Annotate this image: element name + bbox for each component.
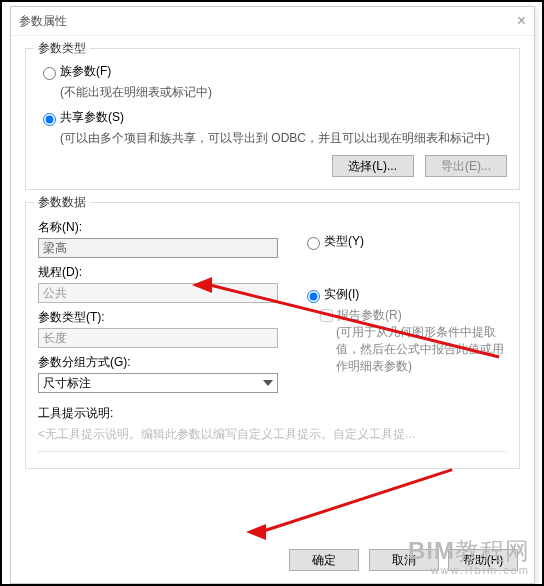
instance-radio-input[interactable] <box>307 290 320 303</box>
instance-radio[interactable]: 实例(I) <box>302 286 507 303</box>
family-param-hint: (不能出现在明细表或标记中) <box>60 84 507 101</box>
shared-param-radio[interactable]: 共享参数(S) <box>38 109 507 126</box>
discipline-label: 规程(D): <box>38 264 278 281</box>
shared-param-hint: (可以由多个项目和族共享，可以导出到 ODBC，并且可以出现在明细表和标记中) <box>60 130 507 147</box>
type-radio[interactable]: 类型(Y) <box>302 233 507 250</box>
type-radio-label: 类型(Y) <box>324 233 364 250</box>
report-hint: (可用于从几何图形条件中提取值，然后在公式中报告此值或用作明细表参数) <box>336 324 507 374</box>
instance-radio-label: 实例(I) <box>324 286 359 303</box>
family-param-radio[interactable]: 族参数(F) <box>38 63 507 80</box>
titlebar: 参数属性 × <box>11 7 534 36</box>
paramtype-label: 参数类型(T): <box>38 309 278 326</box>
paramtype-select[interactable]: 长度 <box>38 328 278 348</box>
export-button[interactable]: 导出(E)... <box>425 155 507 177</box>
dialog-footer: 确定 取消 帮助(H) <box>283 549 518 571</box>
report-checkbox-label: 报告参数(R) <box>337 307 402 324</box>
report-checkbox[interactable] <box>320 309 333 322</box>
shared-param-radio-input[interactable] <box>43 113 56 126</box>
name-input[interactable] <box>38 238 278 258</box>
type-radio-input[interactable] <box>307 237 320 250</box>
param-type-group: 参数类型 族参数(F) (不能出现在明细表或标记中) 共享参数(S) (可以由多… <box>25 48 520 190</box>
shared-param-label: 共享参数(S) <box>60 109 124 126</box>
close-icon[interactable]: × <box>517 7 526 35</box>
family-param-radio-input[interactable] <box>43 67 56 80</box>
ok-button[interactable]: 确定 <box>289 549 359 571</box>
tooltip-hint: <无工具提示说明。编辑此参数以编写自定义工具提示。自定义工具提... <box>38 426 507 443</box>
cancel-button[interactable]: 取消 <box>369 549 439 571</box>
parameter-properties-dialog: 参数属性 × 参数类型 族参数(F) (不能出现在明细表或标记中) 共享参数(S… <box>10 6 535 584</box>
family-param-label: 族参数(F) <box>60 63 111 80</box>
help-button[interactable]: 帮助(H) <box>448 549 518 571</box>
tooltip-label: 工具提示说明: <box>38 405 507 422</box>
select-button[interactable]: 选择(L)... <box>332 155 414 177</box>
group-select[interactable]: 尺寸标注 <box>38 373 278 393</box>
name-label: 名称(N): <box>38 219 278 236</box>
group-label: 参数分组方式(G): <box>38 354 278 371</box>
param-type-legend: 参数类型 <box>34 40 90 57</box>
param-data-legend: 参数数据 <box>34 194 90 211</box>
discipline-select[interactable]: 公共 <box>38 283 278 303</box>
dialog-title: 参数属性 <box>19 7 67 35</box>
param-data-group: 参数数据 名称(N): 规程(D): 公共 参数类型(T): 长度 参数分组方式… <box>25 202 520 469</box>
